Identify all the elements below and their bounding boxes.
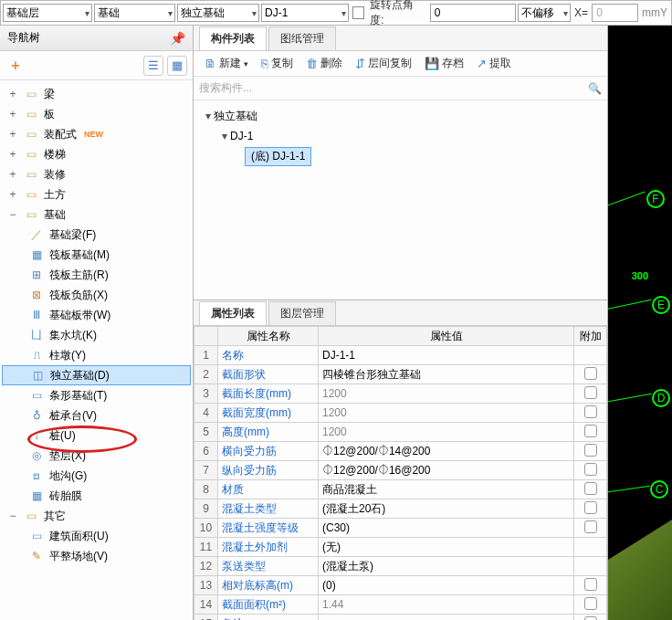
- axis-e: E: [652, 296, 670, 314]
- combo-type[interactable]: 独立基础▾: [177, 4, 259, 22]
- copy-icon: ⎘: [261, 57, 268, 70]
- component-tree[interactable]: ▾独立基础 ▾DJ-1 (底) DJ-1-1: [194, 100, 607, 172]
- tab-layer-mgmt[interactable]: 图层管理: [268, 301, 336, 325]
- prop-row[interactable]: 11混凝土外加剂(无): [194, 538, 607, 557]
- prop-row[interactable]: 10混凝土强度等级(C30): [194, 519, 607, 538]
- search-icon[interactable]: 🔍: [588, 82, 602, 95]
- floorcopy-icon: ⇵: [355, 57, 365, 70]
- top-selector-bar: 基础层▾ 基础▾ 独立基础▾ DJ-1▾ 旋转点角度: 0 不偏移▾ X= 0 …: [0, 0, 672, 26]
- nav-item[interactable]: ▭条形基础(T): [2, 385, 191, 405]
- axis-f: F: [646, 190, 665, 208]
- prop-row[interactable]: 9混凝土类型(混凝土20石): [194, 499, 607, 519]
- nav-item[interactable]: ⊠筏板负筋(X): [2, 285, 191, 305]
- ctree-child[interactable]: DJ-1: [230, 130, 253, 142]
- combo-layer[interactable]: 基础层▾: [3, 4, 92, 22]
- delete-icon: 🗑: [306, 57, 318, 70]
- nav-cat[interactable]: +▭土方: [2, 184, 191, 205]
- prop-row[interactable]: 7纵向受力筋⏀12@200/⏀16@200: [194, 461, 607, 480]
- prop-row[interactable]: 2截面形状四棱锥台形独立基础: [194, 365, 607, 384]
- dim-300: 300: [632, 270, 648, 281]
- delete-button[interactable]: 🗑删除: [300, 54, 348, 73]
- col-value: 属性值: [319, 327, 574, 346]
- nav-cat[interactable]: −▭基础: [2, 205, 191, 225]
- prop-row[interactable]: 3截面长度(mm)1200: [194, 384, 607, 404]
- nav-item[interactable]: ▦砖胎膜: [2, 486, 191, 506]
- prop-row[interactable]: 14截面面积(m²)1.44: [194, 595, 607, 615]
- unit-label: mmY: [640, 6, 669, 19]
- nav-item[interactable]: ◎垫层(X): [2, 446, 191, 466]
- x-label: X=: [572, 6, 590, 19]
- viewport-3d[interactable]: F 300 E D C: [608, 26, 672, 620]
- nav-item[interactable]: ◫独立基础(D): [2, 365, 191, 385]
- combo-category[interactable]: 基础▾: [94, 4, 176, 22]
- nav-cat[interactable]: +▭装配式NEW: [2, 124, 191, 144]
- component-tabs: 构件列表 图纸管理: [194, 26, 607, 51]
- nav-item[interactable]: ⎍柱墩(Y): [2, 345, 191, 365]
- add-button[interactable]: +: [5, 56, 26, 76]
- mid-panel: 构件列表 图纸管理 🗎新建▾ ⎘复制 🗑删除 ⇵层间复制 💾存档 ↗提取 搜索构…: [194, 26, 608, 620]
- prop-row[interactable]: 12泵送类型(混凝土泵): [194, 557, 607, 576]
- save-icon: 💾: [425, 57, 439, 70]
- new-button[interactable]: 🗎新建▾: [199, 54, 254, 73]
- tab-component-list[interactable]: 构件列表: [199, 26, 267, 50]
- rotate-checkbox[interactable]: [352, 6, 365, 19]
- property-panel: 属性列表 图层管理 属性名称 属性值 附加 1名称DJ-1-12截面形状四棱锥台…: [194, 299, 607, 620]
- nav-title: 导航树: [7, 30, 40, 46]
- extract-button[interactable]: ↗提取: [471, 54, 517, 73]
- prop-row[interactable]: 13相对底标高(m)(0): [194, 576, 607, 595]
- prop-row[interactable]: 8材质商品混凝土: [194, 480, 607, 499]
- rotate-value[interactable]: 0: [430, 4, 516, 22]
- combo-offset[interactable]: 不偏移▾: [518, 4, 572, 22]
- copy-button[interactable]: ⎘复制: [256, 54, 299, 73]
- nav-toolbar: + ☰ ▦: [0, 51, 193, 80]
- terrain-surface: [608, 520, 672, 620]
- nav-cat[interactable]: +▭梁: [2, 84, 191, 104]
- prop-row[interactable]: 6横向受力筋⏀12@200/⏀14@200: [194, 442, 607, 461]
- property-table: 属性名称 属性值 附加 1名称DJ-1-12截面形状四棱锥台形独立基础3截面长度…: [194, 326, 607, 620]
- nav-item[interactable]: ▭建筑面积(U): [2, 526, 191, 546]
- col-name: 属性名称: [218, 327, 319, 346]
- nav-item[interactable]: ⧈地沟(G): [2, 466, 191, 486]
- new-icon: 🗎: [205, 57, 216, 70]
- search-row: 搜索构件... 🔍: [194, 77, 607, 100]
- tab-drawing-mgmt[interactable]: 图纸管理: [268, 26, 336, 50]
- tab-prop-list[interactable]: 属性列表: [199, 301, 267, 325]
- nav-item[interactable]: ✎平整场地(V): [2, 546, 191, 566]
- pin-icon[interactable]: 📌: [170, 31, 185, 46]
- nav-item[interactable]: ／基础梁(F): [2, 225, 191, 245]
- combo-instance[interactable]: DJ-1▾: [261, 4, 349, 22]
- nav-cat[interactable]: +▭楼梯: [2, 144, 191, 164]
- save-button[interactable]: 💾存档: [419, 54, 469, 73]
- rotate-label: 旋转点角度:: [368, 0, 428, 28]
- nav-item[interactable]: 凵集水坑(K): [2, 325, 191, 345]
- prop-row[interactable]: 4截面宽度(mm)1200: [194, 404, 607, 423]
- component-toolbar: 🗎新建▾ ⎘复制 🗑删除 ⇵层间复制 💾存档 ↗提取: [194, 51, 607, 77]
- ctree-root[interactable]: 独立基础: [214, 109, 257, 124]
- nav-cat[interactable]: +▭装修: [2, 164, 191, 184]
- axis-c: C: [650, 480, 668, 499]
- view-grid-icon[interactable]: ▦: [167, 56, 187, 76]
- floorcopy-button[interactable]: ⇵层间复制: [350, 54, 417, 73]
- nav-item[interactable]: ⊞筏板主筋(R): [2, 265, 191, 285]
- nav-panel: 导航树 📌 + ☰ ▦ +▭梁+▭板+▭装配式NEW+▭楼梯+▭装修+▭土方−▭…: [0, 26, 194, 620]
- nav-cat[interactable]: +▭板: [2, 104, 191, 124]
- nav-item[interactable]: ↓桩(U): [2, 426, 191, 446]
- ctree-leaf[interactable]: (底) DJ-1-1: [245, 147, 311, 166]
- col-add: 附加: [574, 327, 607, 346]
- view-list-icon[interactable]: ☰: [143, 56, 163, 76]
- prop-row[interactable]: 5高度(mm)1200: [194, 423, 607, 442]
- axis-d: D: [652, 389, 670, 407]
- x-value[interactable]: 0: [592, 4, 638, 22]
- extract-icon: ↗: [477, 57, 487, 70]
- nav-item[interactable]: ▦筏板基础(M): [2, 245, 191, 265]
- nav-item[interactable]: ♁桩承台(V): [2, 405, 191, 426]
- nav-tree[interactable]: +▭梁+▭板+▭装配式NEW+▭楼梯+▭装修+▭土方−▭基础／基础梁(F)▦筏板…: [0, 80, 193, 620]
- prop-row[interactable]: 15备注: [194, 615, 607, 621]
- nav-cat-other[interactable]: −▭其它: [2, 506, 191, 526]
- search-input[interactable]: 搜索构件...: [199, 80, 252, 96]
- property-tabs: 属性列表 图层管理: [194, 300, 607, 326]
- nav-item[interactable]: Ⅲ基础板带(W): [2, 305, 191, 325]
- nav-header: 导航树 📌: [0, 26, 193, 51]
- prop-row[interactable]: 1名称DJ-1-1: [194, 346, 607, 365]
